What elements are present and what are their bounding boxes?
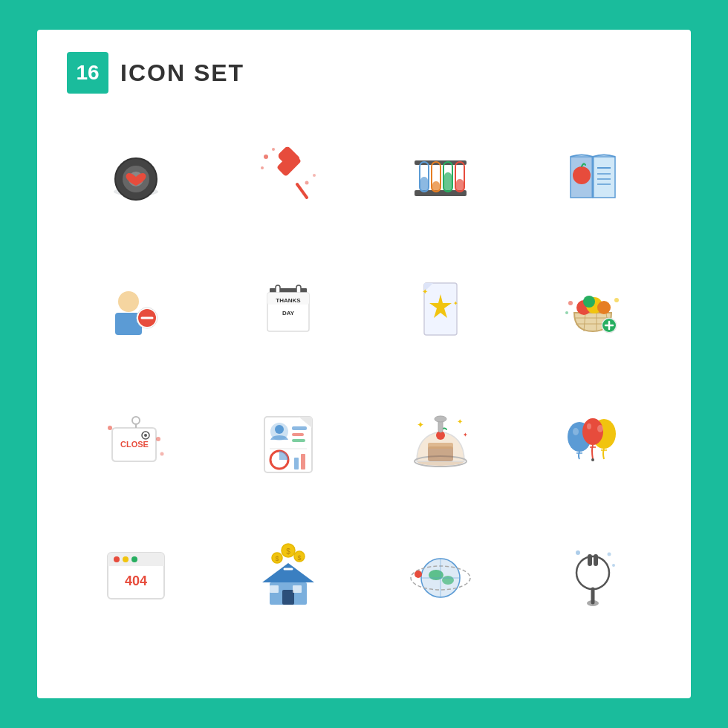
svg-point-51 [597, 301, 611, 314]
card: 16 ICON SET [37, 30, 691, 698]
icon-recipe-book [524, 116, 661, 235]
svg-point-64 [160, 452, 163, 456]
svg-rect-84 [428, 443, 453, 449]
svg-point-129 [587, 600, 599, 606]
svg-text:404: 404 [124, 573, 146, 588]
svg-point-100 [131, 556, 137, 562]
svg-point-117 [442, 576, 454, 585]
svg-point-60 [132, 417, 140, 424]
svg-point-116 [429, 570, 443, 580]
svg-line-11 [297, 184, 307, 198]
svg-text:✦: ✦ [463, 432, 468, 438]
svg-point-93 [597, 425, 603, 432]
icon-grid: THANKS DAY ✦ ✦ [67, 116, 661, 636]
icon-savings-house: $ $ $ [219, 517, 357, 636]
svg-point-99 [123, 556, 129, 562]
svg-rect-72 [292, 433, 304, 436]
svg-point-52 [583, 296, 595, 308]
icon-balloons [524, 383, 661, 502]
svg-text:CLOSE: CLOSE [120, 440, 149, 449]
title: ICON SET [120, 59, 244, 87]
svg-point-120 [415, 571, 422, 578]
svg-rect-126 [588, 554, 592, 566]
icon-electric-plug [524, 517, 661, 636]
svg-text:DAY: DAY [282, 310, 294, 316]
svg-point-5 [272, 148, 275, 151]
svg-point-123 [607, 553, 611, 556]
icon-close-sign: CLOSE [67, 383, 204, 502]
svg-point-122 [576, 550, 580, 555]
svg-point-70 [275, 425, 284, 434]
svg-text:$: $ [286, 547, 290, 556]
svg-point-29 [118, 291, 139, 312]
svg-point-7 [305, 181, 308, 185]
icon-globe-orbit [371, 517, 509, 636]
icon-push-pin [219, 116, 357, 235]
svg-rect-17 [432, 181, 440, 192]
svg-point-98 [114, 556, 120, 562]
svg-point-67 [144, 434, 147, 437]
svg-marker-109 [262, 563, 314, 582]
icon-thanks-day: THANKS DAY [219, 250, 357, 368]
svg-text:$: $ [275, 555, 279, 562]
svg-text:✦: ✦ [417, 420, 424, 430]
svg-point-63 [156, 437, 160, 441]
svg-rect-21 [456, 179, 464, 192]
svg-point-57 [568, 301, 573, 305]
header: 16 ICON SET [67, 52, 661, 94]
icon-remove-user [67, 250, 204, 368]
icon-star-certificate: ✦ ✦ [371, 250, 509, 368]
svg-rect-77 [301, 454, 305, 469]
svg-point-62 [108, 426, 112, 430]
svg-point-4 [264, 155, 268, 159]
number-badge: 16 [67, 52, 108, 94]
svg-point-94 [587, 423, 591, 429]
svg-point-125 [576, 556, 609, 589]
svg-rect-15 [420, 177, 428, 192]
svg-rect-127 [594, 554, 598, 566]
icon-fruit-basket [524, 250, 661, 368]
icon-profile-report [219, 383, 357, 502]
svg-text:THANKS: THANKS [276, 297, 301, 304]
svg-rect-73 [292, 439, 305, 442]
svg-point-58 [614, 298, 619, 302]
icon-404-page: 404 [67, 517, 204, 636]
svg-point-59 [565, 311, 568, 314]
svg-rect-111 [293, 585, 302, 593]
svg-point-87 [435, 416, 446, 422]
svg-rect-76 [294, 458, 299, 469]
icon-tire-heart [67, 116, 204, 235]
svg-rect-71 [292, 426, 307, 430]
svg-text:✦: ✦ [453, 300, 458, 307]
svg-text:✦: ✦ [457, 417, 463, 426]
svg-rect-110 [282, 590, 294, 605]
svg-rect-19 [444, 172, 452, 192]
svg-point-6 [261, 166, 264, 169]
icon-test-tubes [371, 116, 509, 235]
svg-text:$: $ [297, 554, 301, 562]
svg-text:✦: ✦ [422, 287, 428, 296]
svg-point-8 [313, 174, 316, 177]
svg-point-124 [612, 564, 615, 567]
svg-point-91 [591, 458, 594, 461]
svg-point-92 [573, 428, 579, 435]
svg-point-23 [573, 166, 591, 184]
icon-cake: ✦ ✦ ✦ [371, 383, 509, 502]
svg-rect-112 [270, 585, 279, 593]
